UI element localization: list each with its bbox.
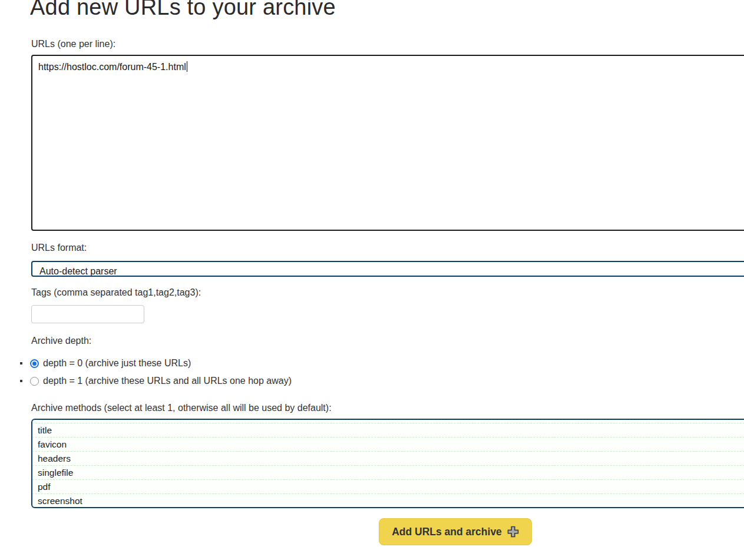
tags-label: Tags (comma separated tag1,tag2,tag3): xyxy=(31,287,201,298)
radio-selected-icon[interactable] xyxy=(30,359,39,368)
urls-label: URLs (one per line): xyxy=(31,39,115,49)
add-urls-page: Add new URLs to your archive URLs (one p… xyxy=(0,0,744,560)
page-title: Add new URLs to your archive xyxy=(30,0,336,21)
urls-textarea-value: https://hostloc.com/forum-45-1.html xyxy=(38,62,186,72)
urls-format-label: URLs format: xyxy=(31,243,87,253)
urls-textarea[interactable]: https://hostloc.com/forum-45-1.html xyxy=(31,55,744,231)
list-bullet xyxy=(20,380,22,382)
depth-1-label: depth = 1 (archive these URLs and all UR… xyxy=(43,376,292,386)
method-option-headers[interactable]: headers xyxy=(32,451,744,465)
depth-0-label: depth = 0 (archive just these URLs) xyxy=(43,358,191,369)
archive-methods-select[interactable]: title favicon headers singlefile pdf scr… xyxy=(31,419,744,508)
method-option-pdf[interactable]: pdf xyxy=(32,479,744,493)
urls-format-selected-option: Auto-detect parser xyxy=(32,262,744,277)
urls-format-select[interactable]: Auto-detect parser xyxy=(31,261,744,277)
depth-1-option[interactable]: depth = 1 (archive these URLs and all UR… xyxy=(30,375,292,387)
method-option-title[interactable]: title xyxy=(32,423,744,437)
add-urls-and-archive-button[interactable]: Add URLs and archive xyxy=(379,518,532,545)
archive-depth-label: Archive depth: xyxy=(31,336,91,346)
list-bullet xyxy=(20,362,22,365)
method-option-screenshot[interactable]: screenshot xyxy=(32,493,744,508)
tags-input[interactable] xyxy=(31,305,144,323)
depth-0-option[interactable]: depth = 0 (archive just these URLs) xyxy=(30,357,191,370)
archive-methods-label: Archive methods (select at least 1, othe… xyxy=(31,403,332,413)
plus-icon xyxy=(507,526,519,538)
submit-button-label: Add URLs and archive xyxy=(392,526,502,538)
text-caret xyxy=(187,61,188,72)
method-option-favicon[interactable]: favicon xyxy=(32,437,744,451)
method-option-singlefile[interactable]: singlefile xyxy=(32,465,744,479)
radio-unselected-icon[interactable] xyxy=(30,377,39,386)
